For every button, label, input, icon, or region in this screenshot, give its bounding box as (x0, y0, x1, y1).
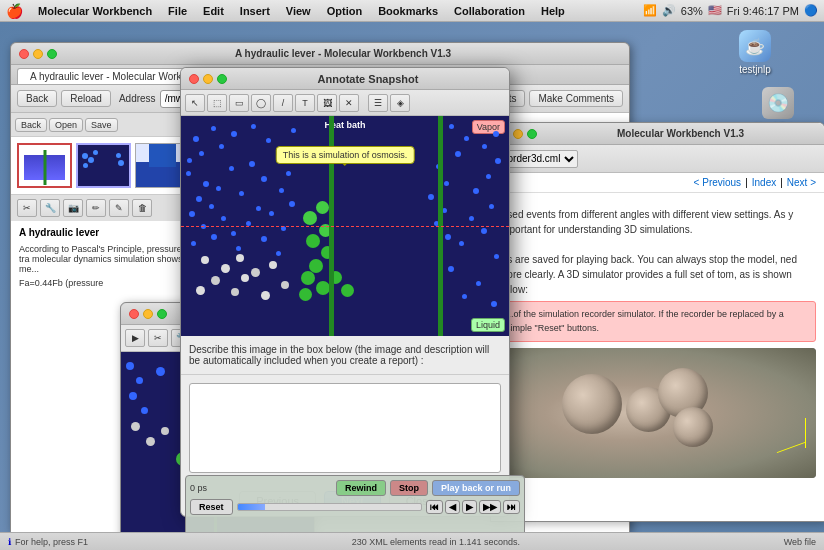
menubar-right: 📶 🔊 63% 🇺🇸 Fri 9:46:17 PM 🔵 (643, 4, 818, 17)
bottom-status-bar: ℹ For help, press F1 230 XML elements re… (0, 532, 824, 550)
tool-select[interactable]: ⬚ (207, 94, 227, 112)
tool-image[interactable]: 🖼 (317, 94, 337, 112)
menu-help[interactable]: Help (534, 3, 572, 19)
recorder-max-btn[interactable] (157, 309, 167, 319)
menu-collaboration[interactable]: Collaboration (447, 3, 532, 19)
desktop: ☕ testjnlp 💿 Hard Drive Molecular Workbe… (0, 22, 824, 550)
mw-background-window: Molecular Workbench V1.3 border3d.cml < … (490, 122, 824, 522)
dialog-close-traffic[interactable] (189, 74, 199, 84)
transport-play-sm[interactable]: ▶ (462, 500, 477, 514)
thumbnail-1[interactable] (17, 143, 72, 188)
playback-row-1: 0 ps Rewind Stop Play back or run (190, 480, 520, 496)
sidebar-open-btn[interactable]: Open (49, 118, 83, 132)
menu-mw[interactable]: Molecular Workbench (31, 3, 159, 19)
rec-tool-2[interactable]: ✂ (148, 329, 168, 347)
sidebar-tool-6[interactable]: 🗑 (132, 199, 152, 217)
mw-bg-min-btn[interactable] (513, 129, 523, 139)
main-traffic-lights[interactable] (19, 49, 57, 59)
mw-bg-max-btn[interactable] (527, 129, 537, 139)
sidebar-tool-3[interactable]: 📷 (63, 199, 83, 217)
menu-items: Molecular Workbench File Edit Insert Vie… (31, 3, 572, 19)
testjnlp-icon: ☕ (739, 30, 771, 62)
playback-controls: 0 ps Rewind Stop Play back or run Reset … (185, 475, 525, 540)
sidebar-tool-2[interactable]: 🔧 (40, 199, 60, 217)
recorder-traffic-lights[interactable] (129, 309, 167, 319)
rewind-button[interactable]: Rewind (336, 480, 386, 496)
sidebar-back-btn[interactable]: Back (15, 118, 47, 132)
time-label: 0 ps (190, 483, 207, 493)
mw-bg-nav: < Previous | Index | Next > (491, 173, 824, 193)
desktop-icon-testjnlp[interactable]: ☕ testjnlp (725, 30, 785, 75)
mw-bg-title: Molecular Workbench V1.3 (545, 128, 816, 139)
index-link[interactable]: Index (752, 177, 776, 188)
menu-insert[interactable]: Insert (233, 3, 277, 19)
mw-bg-text2: ...s are saved for playing back. You can… (499, 252, 816, 297)
transport-next[interactable]: ▶▶ (479, 500, 501, 514)
main-progress-bar[interactable] (237, 503, 422, 511)
tool-extra2[interactable]: ◈ (390, 94, 410, 112)
main-browser-titlebar: A hydraulic lever - Molecular Workbench … (11, 43, 629, 65)
flag-icon: 🇺🇸 (708, 4, 722, 17)
menu-bookmarks[interactable]: Bookmarks (371, 3, 445, 19)
reset-button[interactable]: Reset (190, 499, 233, 515)
dialog-min-traffic[interactable] (203, 74, 213, 84)
address-label: Address (119, 93, 156, 104)
tool-delete[interactable]: ✕ (339, 94, 359, 112)
mw-bg-toolbar: border3d.cml (491, 145, 824, 173)
tool-rect[interactable]: ▭ (229, 94, 249, 112)
menu-edit[interactable]: Edit (196, 3, 231, 19)
harddrive-icon: 💿 (762, 87, 794, 119)
main-min-btn[interactable] (33, 49, 43, 59)
recorder-close-btn[interactable] (129, 309, 139, 319)
transport-buttons: ⏮ ◀ ▶ ▶▶ ⏭ (426, 500, 520, 514)
tool-extra1[interactable]: ☰ (368, 94, 388, 112)
sidebar-tool-5[interactable]: ✎ (109, 199, 129, 217)
recorder-min-btn[interactable] (143, 309, 153, 319)
prev-link[interactable]: < Previous (694, 177, 742, 188)
tool-oval[interactable]: ◯ (251, 94, 271, 112)
apple-menu[interactable]: 🍎 (6, 3, 23, 19)
tool-arrow[interactable]: ↖ (185, 94, 205, 112)
tool-line[interactable]: / (273, 94, 293, 112)
transport-start[interactable]: ⏮ (426, 500, 443, 514)
dialog-traffic-lights[interactable] (189, 74, 227, 84)
next-link[interactable]: Next > (787, 177, 816, 188)
main-close-btn[interactable] (19, 49, 29, 59)
dialog-title: Annotate Snapshot (235, 73, 501, 85)
pink-info-box: ...of the simulation recorder simulator.… (499, 301, 816, 342)
transport-prev[interactable]: ◀ (445, 500, 460, 514)
liquid-button[interactable]: Liquid (471, 318, 505, 332)
main-browser-title: A hydraulic lever - Molecular Workbench … (65, 48, 621, 59)
dialog-max-traffic[interactable] (217, 74, 227, 84)
dialog-description: Describe this image in the box below (th… (181, 336, 509, 375)
make-comments-button[interactable]: Make Comments (529, 90, 623, 107)
battery-indicator: 63% (681, 5, 703, 17)
tooltip-bubble: This is a simulation of osmosis. (276, 146, 415, 164)
annotation-textarea[interactable] (189, 383, 501, 473)
transport-end[interactable]: ⏭ (503, 500, 520, 514)
sidebar-save-btn[interactable]: Save (85, 118, 118, 132)
xml-status: 230 XML elements read in 1.141 seconds. (352, 537, 520, 547)
main-progress-fill (238, 504, 266, 510)
menu-view[interactable]: View (279, 3, 318, 19)
main-max-btn[interactable] (47, 49, 57, 59)
dialog-toolbar: ↖ ⬚ ▭ ◯ / T 🖼 ✕ ☰ ◈ (181, 90, 509, 116)
help-text: For help, press F1 (15, 537, 88, 547)
rec-tool-1[interactable]: ▶ (125, 329, 145, 347)
volume-icon: 🔊 (662, 4, 676, 17)
simulation-canvas: Heat bath Vapor Liquid This is a simulat… (181, 116, 509, 336)
stop-button[interactable]: Stop (390, 480, 428, 496)
back-button[interactable]: Back (17, 90, 57, 107)
sidebar-tool-4[interactable]: ✏ (86, 199, 106, 217)
reload-button[interactable]: Reload (61, 90, 111, 107)
menu-option[interactable]: Option (320, 3, 369, 19)
vapor-button[interactable]: Vapor (472, 120, 505, 134)
thumbnail-2[interactable] (76, 143, 131, 188)
play-back-button[interactable]: Play back or run (432, 480, 520, 496)
help-icon: ℹ (8, 537, 11, 547)
sidebar-tool-1[interactable]: ✂ (17, 199, 37, 217)
tool-text[interactable]: T (295, 94, 315, 112)
menu-file[interactable]: File (161, 3, 194, 19)
annotation-dialog: Annotate Snapshot ↖ ⬚ ▭ ◯ / T 🖼 ✕ ☰ ◈ He… (180, 67, 510, 517)
3d-simulation-image (499, 348, 816, 478)
